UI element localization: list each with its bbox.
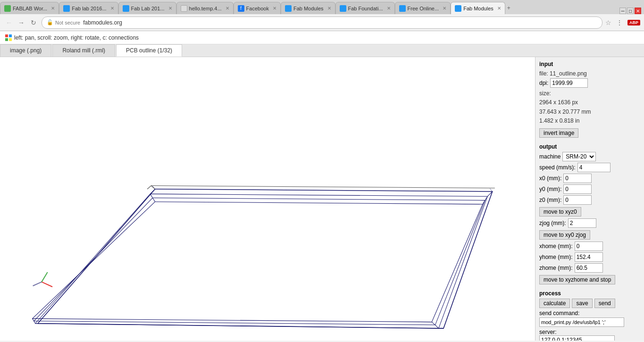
tab-close-8[interactable]: ✕ — [443, 6, 446, 11]
svg-rect-3 — [9, 38, 12, 41]
tab-fablab2016[interactable]: Fab lab 2016... ✕ — [59, 2, 118, 14]
move-xy0zjog-button[interactable]: move to xy0 zjog — [539, 230, 590, 240]
invert-image-button[interactable]: invert image — [539, 128, 578, 138]
grid-icon — [5, 34, 12, 42]
dpi-input[interactable] — [550, 78, 588, 88]
tab-nav-image[interactable]: image (.png) — [0, 44, 51, 57]
size-px: 2964 x 1636 px — [539, 98, 640, 107]
reload-button[interactable]: ↻ — [28, 17, 39, 28]
tab-close-1[interactable]: ✕ — [51, 6, 55, 11]
tab-fabfoundation[interactable]: Fab Foundati... ✕ — [335, 2, 395, 14]
tab-close-3[interactable]: ✕ — [168, 6, 172, 11]
settings-button[interactable]: ⋮ — [614, 17, 625, 28]
send-command-label: send command: — [539, 310, 640, 317]
move-xyz0-button[interactable]: move to xyz0 — [539, 207, 581, 217]
tab-label-1: FABLAB Wor... — [13, 6, 47, 11]
tab-facebook[interactable]: f Facebook ✕ — [234, 2, 281, 14]
tab-close-7[interactable]: ✕ — [387, 6, 391, 11]
tab-close-9[interactable]: ✕ — [497, 6, 501, 11]
xhome-input[interactable] — [575, 242, 603, 251]
dpi-row: dpi: — [539, 78, 640, 88]
y0-row: y0 (mm): — [539, 184, 640, 194]
yhome-label: yhome (mm): — [539, 254, 573, 260]
x0-input[interactable] — [563, 174, 592, 183]
server-input[interactable] — [539, 335, 615, 341]
address-bar-input-wrap[interactable]: 🔓 Not secure fabmodules.org — [42, 17, 602, 29]
new-tab-button[interactable]: + — [505, 3, 512, 13]
tab-favicon-6 — [285, 5, 292, 12]
bookmark-button[interactable]: ☆ — [605, 19, 611, 26]
zhome-input[interactable] — [575, 263, 603, 273]
tab-close-2[interactable]: ✕ — [110, 6, 114, 11]
machine-label: machine — [539, 153, 560, 160]
tab-label-9: Fab Modules — [463, 6, 493, 11]
tab-close-6[interactable]: ✕ — [327, 6, 331, 11]
tab-favicon-9 — [455, 5, 461, 12]
send-command-input[interactable] — [539, 317, 624, 327]
right-toolbar: ⋮ ABP — [614, 17, 640, 28]
size-in: 1.482 x 0.818 in — [539, 117, 640, 125]
process-section-title: process — [539, 290, 640, 297]
yhome-input[interactable] — [575, 252, 603, 262]
minimize-button[interactable]: ─ — [619, 8, 626, 14]
tab-fablab2017[interactable]: Fab Lab 201... ✕ — [118, 2, 176, 14]
output-section-title: output — [539, 143, 640, 150]
tab-favicon-3 — [123, 5, 129, 12]
tab-hello[interactable]: hello.temp.4... ✕ — [176, 2, 234, 14]
tab-fabmodules1[interactable]: Fab Modules ✕ — [281, 2, 335, 14]
tab-nav-pcb[interactable]: PCB outline (1/32) — [116, 44, 182, 57]
tab-label-6: Fab Modules — [293, 6, 324, 11]
main-content: input file: 11_outline.png dpi: size: 29… — [0, 57, 644, 341]
svg-rect-0 — [5, 34, 8, 37]
speed-row: speed (mm/s): — [539, 163, 640, 172]
z0-row: z0 (mm): — [539, 195, 640, 205]
server-label: server: — [539, 329, 640, 335]
tab-nav-roland[interactable]: Roland mill (.rml) — [52, 44, 115, 57]
nav-buttons: ← → ↻ — [4, 17, 39, 28]
back-button[interactable]: ← — [4, 17, 14, 28]
xhome-row: xhome (mm): — [539, 242, 640, 251]
calculate-button[interactable]: calculate — [539, 299, 570, 308]
xhome-label: xhome (mm): — [539, 243, 573, 250]
tab-freeonline[interactable]: Free Online... ✕ — [395, 2, 451, 14]
machine-row: machine SRM-20 — [539, 152, 640, 161]
x0-label: x0 (mm): — [539, 175, 561, 182]
send-button[interactable]: send — [594, 299, 615, 308]
forward-button[interactable]: → — [16, 17, 26, 28]
zhome-label: zhome (mm): — [539, 265, 573, 271]
canvas-area[interactable] — [0, 57, 535, 341]
zjog-input[interactable] — [568, 218, 596, 228]
tab-close-5[interactable]: ✕ — [273, 6, 276, 11]
instruction-text: left: pan, scroll: zoom, right: rotate, … — [14, 34, 139, 41]
maximize-button[interactable]: □ — [627, 8, 634, 14]
address-bar: ← → ↻ 🔓 Not secure fabmodules.org ☆ ⋮ AB… — [0, 14, 644, 31]
machine-select[interactable]: SRM-20 — [562, 152, 596, 161]
speed-input[interactable] — [577, 163, 611, 172]
tab-fablab[interactable]: FABLAB Wor... ✕ — [0, 2, 59, 14]
tab-favicon-4 — [181, 5, 187, 12]
tab-label-3: Fab Lab 201... — [131, 6, 165, 11]
x0-row: x0 (mm): — [539, 174, 640, 183]
adblock-button[interactable]: ABP — [627, 20, 640, 25]
tab-bar: FABLAB Wor... ✕ Fab lab 2016... ✕ Fab La… — [0, 0, 644, 14]
y0-input[interactable] — [563, 184, 592, 194]
file-info: file: 11_outline.png — [539, 69, 640, 78]
tab-close-4[interactable]: ✕ — [226, 6, 229, 11]
browser-chrome: FABLAB Wor... ✕ Fab lab 2016... ✕ Fab La… — [0, 0, 644, 31]
tab-favicon-8 — [399, 5, 406, 12]
tab-label-4: hello.temp.4... — [189, 6, 222, 11]
size-mm: 37.643 x 20.777 mm — [539, 108, 640, 117]
zjog-label: zjog (mm): — [539, 220, 566, 226]
move-xyzhome-button[interactable]: move to xyzhome and stop — [539, 275, 615, 284]
tab-favicon-1 — [4, 5, 11, 12]
tab-label-7: Fab Foundati... — [348, 6, 383, 11]
save-button[interactable]: save — [572, 299, 592, 308]
svg-rect-1 — [9, 34, 12, 37]
right-panel: input file: 11_outline.png dpi: size: 29… — [535, 57, 644, 341]
zjog-row: zjog (mm): — [539, 218, 640, 228]
z0-input[interactable] — [563, 195, 592, 205]
speed-label: speed (mm/s): — [539, 164, 576, 171]
tab-fabmodules-active[interactable]: Fab Modules ✕ — [451, 2, 505, 14]
close-button[interactable]: ✕ — [635, 8, 641, 14]
address-text: fabmodules.org — [83, 19, 597, 26]
